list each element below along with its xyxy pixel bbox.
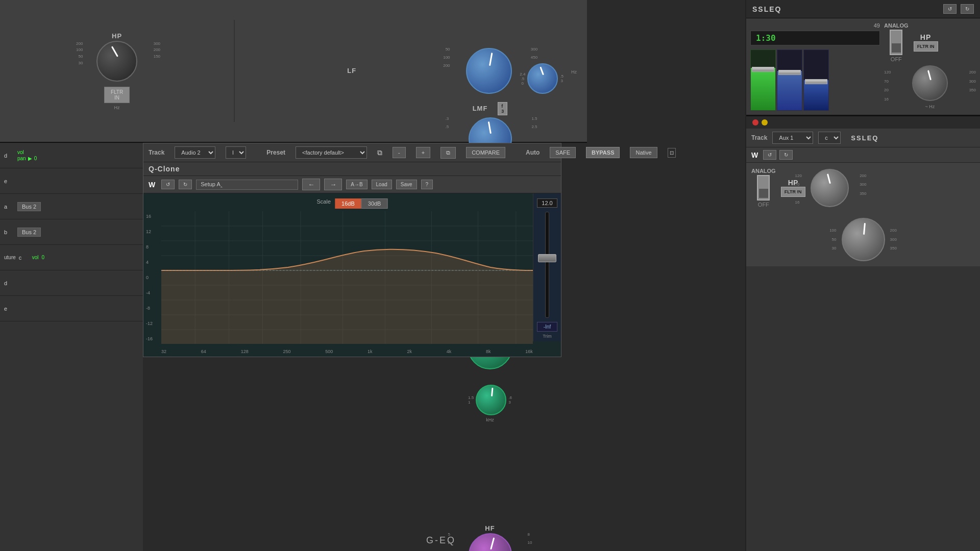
track-d-play[interactable]: ▶ xyxy=(28,156,32,161)
close-dot[interactable] xyxy=(752,119,758,126)
ssleq-undo-btn[interactable]: ↺ xyxy=(943,4,957,14)
track-b-bus[interactable]: Bus 2 xyxy=(17,228,41,237)
bottom-scale-l: 1005030 xyxy=(829,226,836,253)
hp-freq-knob[interactable] xyxy=(96,41,137,82)
ssleq-channel-strip: 49 1:30 xyxy=(746,18,980,115)
freq-32: 32 xyxy=(161,349,166,354)
ssleq-title: SSLEQ xyxy=(752,5,781,13)
db-16: 16 xyxy=(146,214,153,219)
bottom-hp-knob[interactable] xyxy=(842,218,885,261)
track-list: d vol pan ▶ 0 e a Bus 2 b Bus 2 uture c … xyxy=(0,143,143,551)
copy-preset-icon[interactable]: ⧉ xyxy=(377,148,382,157)
track-c-letter: c xyxy=(19,255,29,261)
minimize-dot[interactable] xyxy=(762,119,768,126)
hp-fltr-btn[interactable]: FLTR IN xyxy=(104,87,130,103)
compare-btn[interactable]: COMPARE xyxy=(466,147,505,158)
native-btn[interactable]: Native xyxy=(630,147,657,158)
track-d-letter: d xyxy=(4,153,14,159)
ch-fader-3[interactable] xyxy=(803,49,829,111)
freq-16k: 16k xyxy=(525,349,533,354)
hmf-q-scale-r: .63 xyxy=(508,395,512,405)
time-display: 1:30 xyxy=(750,31,880,45)
save-btn[interactable]: Save xyxy=(396,180,417,189)
lf-scale-2: 100 xyxy=(443,54,450,62)
second-plugin-track-row: Track Aux 1 c SSLEQ xyxy=(746,129,980,147)
second-redo-btn[interactable]: ↻ xyxy=(779,150,793,160)
undo-btn[interactable]: ↺ xyxy=(161,180,175,189)
second-track-option[interactable]: c xyxy=(818,132,841,144)
second-hp-knob[interactable] xyxy=(811,169,849,207)
track-a-bus[interactable]: Bus 2 xyxy=(17,202,41,211)
track-item-e2: e xyxy=(0,296,143,321)
hp-main-knob[interactable] xyxy=(912,65,948,101)
ssleq-redo-btn[interactable]: ↻ xyxy=(961,4,974,14)
preset-select[interactable]: <factory default> xyxy=(296,146,367,159)
lf-hz-label: Hz xyxy=(571,69,577,74)
ch-fader-2[interactable] xyxy=(777,49,802,111)
lf-scale-3: 200 xyxy=(443,62,450,70)
bypass-btn[interactable]: BYPASS xyxy=(586,147,620,158)
fader-1-thumb[interactable] xyxy=(752,67,774,72)
lmf-gain-indicator: f 3 xyxy=(498,102,507,115)
track-select[interactable]: Audio 2 xyxy=(175,146,215,159)
db-12: 12 xyxy=(146,229,153,234)
lf-gain-scale-r: .53 xyxy=(560,74,564,83)
ch-fader-1[interactable] xyxy=(750,49,776,111)
second-analog-wrap: ANALOG OFF xyxy=(751,168,776,208)
copy-btn2[interactable]: ⧉ xyxy=(440,147,456,159)
fader-3-thumb[interactable] xyxy=(805,79,827,84)
hmf-q-knob[interactable] xyxy=(476,385,506,415)
setup-input[interactable] xyxy=(196,180,298,190)
fltr-in-btn[interactable]: FLTR IN xyxy=(914,41,938,52)
second-bottom-knob-row: 1005030 200 300 350 xyxy=(746,213,980,266)
hp-scale-50: 50 xyxy=(76,54,83,60)
cursor-position xyxy=(332,285,333,286)
track-item-d: d vol pan ▶ 0 xyxy=(0,143,143,168)
help-btn[interactable]: ? xyxy=(421,180,433,189)
second-knob-wrap: 120702016 200300350 xyxy=(811,169,849,207)
prev-btn[interactable]: ← xyxy=(302,179,320,190)
band-hf-label: HF xyxy=(485,524,495,532)
ab-btn[interactable]: A→B xyxy=(346,180,367,189)
lf-scale-r2: 450 xyxy=(531,54,537,62)
hp-hz-label-right: ~ Hz xyxy=(884,104,976,109)
next-btn[interactable]: → xyxy=(324,179,342,190)
fader-track[interactable] xyxy=(545,212,549,318)
second-analog-toggle[interactable] xyxy=(757,175,770,201)
fader-thumb[interactable] xyxy=(538,254,556,262)
safe-btn[interactable]: SAFE xyxy=(550,147,576,158)
track-c-tag: uture xyxy=(4,255,16,260)
load-btn[interactable]: Load xyxy=(372,180,392,189)
redo-btn[interactable]: ↻ xyxy=(179,180,192,189)
window-controls xyxy=(752,119,768,126)
second-undo-btn[interactable]: ↺ xyxy=(763,150,776,160)
minus-btn[interactable]: - xyxy=(393,147,406,158)
second-hp-analog: ANALOG OFF HP FLTR IN 120702016 20030035… xyxy=(746,163,980,213)
analog-toggle[interactable] xyxy=(890,30,902,55)
fader-2-thumb[interactable] xyxy=(778,70,800,75)
scale-16db-btn[interactable]: 16dB xyxy=(335,198,361,209)
off-label: OFF xyxy=(891,56,902,62)
freq-labels: 32 64 128 250 500 1k 2k 4k 8k 16k xyxy=(161,349,533,354)
lf-freq-knob[interactable] xyxy=(466,48,512,94)
eq-curve-svg xyxy=(161,211,533,344)
scale-buttons: Scale 16dB 30dB xyxy=(317,198,388,209)
hp-knob-wrap: 120 70 20 16 200 300 350 xyxy=(884,65,976,101)
track-item-c: uture c vol 0 xyxy=(0,245,143,270)
track-option-select[interactable]: b xyxy=(226,146,246,159)
lf-gain-knob[interactable] xyxy=(527,63,558,94)
right-panel-ssleq: SSLEQ ↺ ↻ 49 1:30 xyxy=(745,0,980,551)
second-track-select[interactable]: Aux 1 xyxy=(772,132,813,144)
time-section: 49 1:30 xyxy=(750,22,880,111)
hf-freq-knob[interactable] xyxy=(469,533,512,551)
lf-scale-r1: 300 xyxy=(531,45,537,54)
inf-button[interactable]: -Inf xyxy=(537,322,557,332)
track-d2-letter: d xyxy=(4,280,14,286)
scale-30db-btn[interactable]: 30dB xyxy=(361,198,388,209)
second-waves-logo: W xyxy=(751,151,758,159)
settings-icon[interactable]: ⊡ xyxy=(668,148,676,158)
geq-label: G-EQ xyxy=(426,535,456,546)
plus-btn[interactable]: + xyxy=(416,147,430,158)
freq-500: 500 xyxy=(325,349,333,354)
track-item-e1: e xyxy=(0,168,143,194)
